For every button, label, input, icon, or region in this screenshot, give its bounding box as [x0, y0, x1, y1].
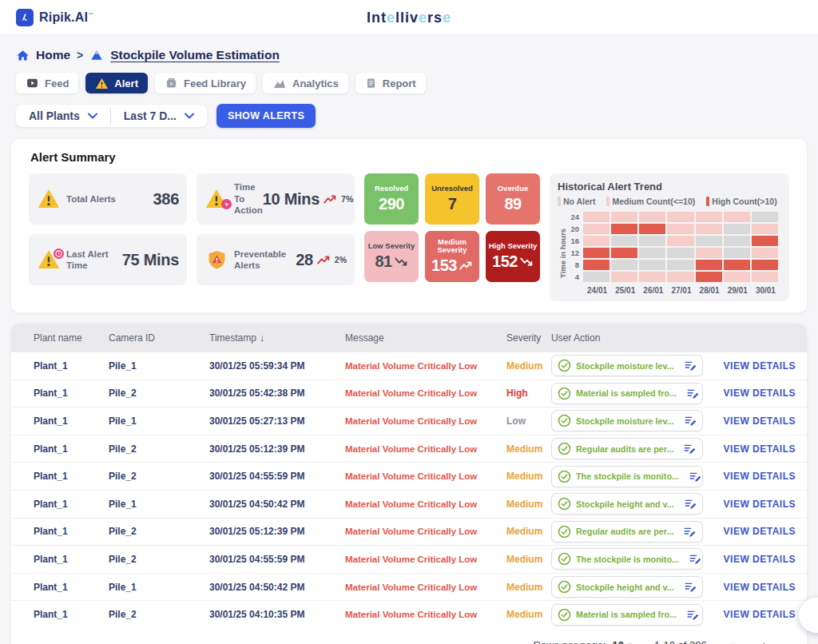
- view-details-link[interactable]: VIEW DETAILS: [708, 360, 796, 372]
- view-details-link[interactable]: VIEW DETAILS: [708, 609, 796, 620]
- table-row: Plant_1 Pile_2 30/01/25 04:10:35 PM Mate…: [11, 600, 807, 628]
- cell-message: Material Volume Critically Low: [345, 527, 506, 536]
- edit-list-icon[interactable]: [686, 609, 700, 621]
- edit-list-icon[interactable]: [689, 553, 702, 565]
- table-row: Plant_1 Pile_1 30/01/25 05:27:13 PM Mate…: [11, 407, 807, 435]
- table-body: Plant_1 Pile_1 30/01/25 05:59:34 PM Mate…: [11, 352, 807, 628]
- user-action-dropdown[interactable]: Regular audits are per...: [551, 521, 703, 543]
- cell-plant-name: Plant_1: [34, 415, 109, 427]
- plant-filter-dropdown[interactable]: All Plants: [16, 105, 110, 127]
- user-action-dropdown[interactable]: Stockpile height and v...: [551, 493, 703, 515]
- heatmap-cell: [724, 224, 750, 234]
- col-plant-name: Plant name: [34, 332, 109, 344]
- col-severity: Severity: [506, 332, 551, 344]
- view-details-link[interactable]: VIEW DETAILS: [708, 499, 796, 510]
- x-tick: 25/01: [611, 286, 639, 295]
- view-details-link[interactable]: VIEW DETAILS: [708, 388, 796, 399]
- ripik-logo[interactable]: Ripik.AI™: [16, 9, 93, 26]
- cell-camera-id: Pile_2: [109, 471, 209, 482]
- top-bar: Ripik.AI™ Intelliverse: [0, 0, 818, 35]
- heatmap-cell: [724, 212, 750, 222]
- rows-per-page-select[interactable]: 10 ▼: [612, 639, 633, 644]
- table-header-row: Plant name Camera ID Timestamp ↓ Message…: [11, 324, 807, 352]
- cell-severity: Medium: [506, 443, 551, 455]
- tab-feed-library[interactable]: Feed Library: [155, 73, 256, 93]
- view-details-link[interactable]: VIEW DETAILS: [708, 471, 796, 482]
- previous-page-button[interactable]: ‹: [728, 638, 739, 644]
- next-page-button[interactable]: ›: [759, 638, 770, 644]
- cell-camera-id: Pile_1: [109, 582, 209, 593]
- edit-list-icon[interactable]: [683, 526, 697, 538]
- date-range-dropdown[interactable]: Last 7 D...: [111, 105, 207, 127]
- heatmap-cell: [611, 260, 637, 270]
- shield-alert-icon: [204, 249, 228, 270]
- cell-plant-name: Plant_1: [34, 582, 109, 593]
- view-details-link[interactable]: VIEW DETAILS: [708, 443, 796, 455]
- edit-list-icon[interactable]: [684, 360, 697, 372]
- user-action-dropdown[interactable]: Regular audits are per...: [551, 438, 703, 459]
- cell-timestamp: 30/01/25 05:12:39 PM: [209, 526, 345, 537]
- user-action-dropdown[interactable]: Stockpile height and v...: [551, 576, 703, 598]
- edit-list-icon[interactable]: [684, 581, 697, 593]
- user-action-dropdown[interactable]: Stockpile moisture lev...: [551, 355, 703, 376]
- edit-list-icon[interactable]: [683, 443, 697, 455]
- feed-library-icon: [165, 77, 178, 89]
- view-details-link[interactable]: VIEW DETAILS: [708, 526, 796, 537]
- heatmap-cell: [667, 272, 693, 282]
- show-alerts-button[interactable]: SHOW ALERTS: [216, 104, 316, 128]
- view-details-link[interactable]: VIEW DETAILS: [708, 582, 796, 593]
- cell-timestamp: 30/01/25 04:50:42 PM: [209, 582, 345, 593]
- heatmap-cell: [752, 248, 778, 258]
- cell-camera-id: Pile_1: [109, 415, 209, 427]
- status-card-resolved: Resolved 290: [364, 173, 419, 225]
- heatmap-cell: [696, 272, 722, 282]
- view-details-link[interactable]: VIEW DETAILS: [708, 415, 796, 427]
- ripik-logo-text: Ripik.AI™: [39, 10, 93, 25]
- alert-summary-title: Alert Summary: [30, 150, 797, 164]
- home-icon[interactable]: [16, 49, 30, 62]
- user-action-dropdown[interactable]: Material is sampled fro...: [551, 604, 703, 626]
- user-action-dropdown[interactable]: Material is sampled fro...: [551, 383, 703, 404]
- user-action-dropdown[interactable]: Stockpile moisture lev...: [551, 410, 703, 431]
- table-row: Plant_1 Pile_2 30/01/25 05:12:39 PM Mate…: [11, 435, 807, 463]
- cell-message: Material Volume Critically Low: [345, 416, 506, 426]
- heatmap-cell: [639, 224, 665, 234]
- breadcrumb-page[interactable]: Stockpile Volume Estimation: [110, 48, 280, 62]
- user-action-text: Regular audits are per...: [576, 444, 673, 454]
- cell-plant-name: Plant_1: [34, 443, 109, 455]
- pagination-bar: Rows per page: 10 ▼ 1-10 of 386 ‹ ›: [11, 628, 807, 644]
- x-tick: 28/01: [696, 286, 724, 295]
- edit-list-icon[interactable]: [684, 415, 697, 427]
- user-action-dropdown[interactable]: The stockpile is monito...: [551, 466, 703, 487]
- edit-list-icon[interactable]: [686, 388, 700, 400]
- cell-message: Material Volume Critically Low: [345, 555, 506, 564]
- user-action-dropdown[interactable]: The stockpile is monito...: [551, 548, 703, 570]
- tab-analytics[interactable]: Analytics: [263, 73, 348, 93]
- legend-swatch: [606, 197, 610, 206]
- ripik-logo-icon: [16, 9, 34, 26]
- heatmap-x-axis: 24/0125/0126/0127/0128/0129/0130/01: [569, 286, 780, 295]
- tab-label: Feed: [45, 78, 69, 89]
- cell-severity: Medium: [506, 582, 551, 593]
- heatmap-cell: [752, 272, 778, 282]
- tab-report[interactable]: Report: [355, 73, 426, 93]
- status-value: 7: [448, 195, 457, 213]
- tab-alert[interactable]: Alert: [85, 73, 148, 93]
- heatmap-cell: [696, 212, 722, 222]
- heatmap-row: 8: [569, 260, 780, 270]
- edit-list-icon[interactable]: [684, 498, 697, 510]
- sort-descending-icon[interactable]: ↓: [260, 332, 265, 344]
- edit-list-icon[interactable]: [689, 471, 702, 483]
- tab-feed[interactable]: Feed: [16, 73, 78, 93]
- breadcrumb-home[interactable]: Home: [36, 48, 70, 62]
- stat-card-preventable-alerts: Preventable Alerts 282%: [197, 234, 355, 285]
- view-details-link[interactable]: VIEW DETAILS: [708, 554, 796, 565]
- stat-card-last-alert-time: Last Alert Time 75 Mins: [29, 234, 187, 285]
- heatmap-cell: [583, 212, 610, 222]
- chevron-down-icon: [185, 113, 194, 119]
- heatmap-cell: [583, 260, 610, 270]
- heatmap-cell: [667, 260, 693, 270]
- heatmap-cell: [611, 224, 637, 234]
- heatmap-cell: [724, 260, 750, 270]
- status-card-high-severity: High Severity 152: [486, 231, 540, 282]
